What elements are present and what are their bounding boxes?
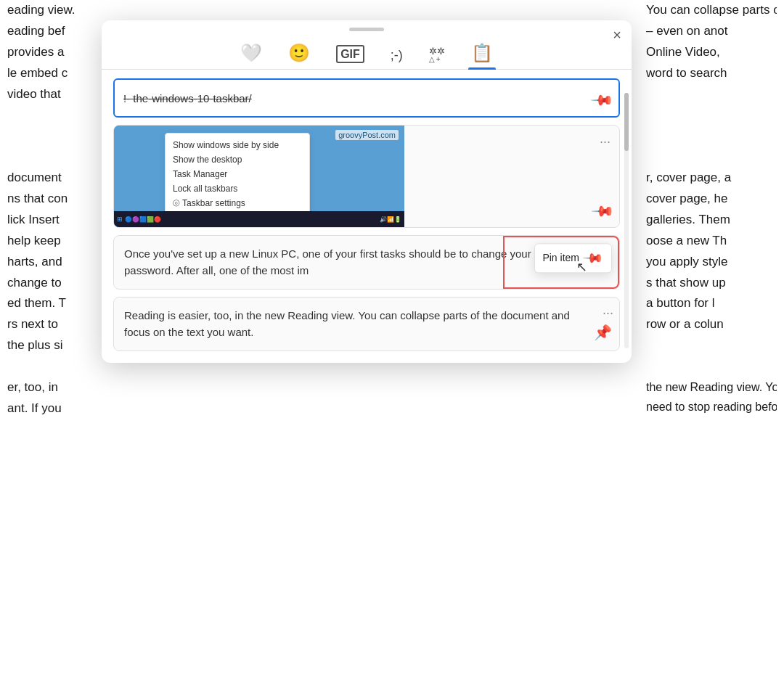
scrollbar-thumb[interactable] [624, 93, 629, 151]
image-item-right [404, 126, 619, 227]
image-branding: groovyPost.com [335, 130, 399, 140]
tab-gif[interactable]: GIF [333, 41, 367, 69]
panel-body: !- the-windows-10-taskbar/ 📌 Show window… [102, 70, 632, 351]
url-text: !- the-windows-10-taskbar/ [123, 92, 252, 104]
clipboard-icon: 📋 [471, 43, 493, 63]
cursor-arrow: ↖ [576, 258, 587, 277]
taskbar-strip: ⊞ 🔵🟣🟦🟩🔴 🔊📶🔋 [114, 211, 404, 227]
text-clipboard-item-2[interactable]: ··· Reading is easier, too, in the new R… [113, 297, 620, 351]
image-preview: Show windows side by side Show the deskt… [114, 126, 404, 227]
emoji-icon: 🙂 [288, 43, 310, 63]
background-right-text: You can collapse parts of the document a… [639, 0, 784, 693]
tabs-row: 🤍 🙂 GIF ;-) ✲✲ △+ 📋 [102, 34, 632, 70]
tab-clipboard[interactable]: 📋 [468, 38, 496, 69]
pin-tooltip-icon: 📌 [581, 245, 606, 271]
text-clip-2-content: Reading is easier, too, in the new Readi… [124, 309, 570, 338]
drag-handle-bar [102, 20, 632, 34]
menu-item-2: Show the desktop [166, 152, 309, 167]
text-clip-2-pin-icon[interactable]: 📌 [594, 321, 612, 343]
tab-kaomoji[interactable]: ;-) [388, 44, 406, 69]
gif-icon: GIF [336, 45, 364, 63]
menu-item-4: Lock all taskbars [166, 181, 309, 196]
text-clip-2-dots[interactable]: ··· [603, 303, 613, 323]
close-button[interactable]: × [613, 28, 621, 42]
context-menu-in-image: Show windows side by side Show the deskt… [165, 133, 310, 216]
image-row: Show windows side by side Show the deskt… [114, 126, 619, 227]
url-clipboard-item[interactable]: !- the-windows-10-taskbar/ 📌 [113, 78, 620, 118]
menu-item-1: Show windows side by side [166, 138, 309, 152]
kaomoji-icon: ;-) [391, 48, 403, 63]
menu-item-3: Task Manager [166, 167, 309, 181]
menu-item-5: ⦾ Taskbar settings [166, 196, 309, 210]
clipboard-panel: × 🤍 🙂 GIF ;-) ✲✲ △+ 📋 !- the-windows-10-… [102, 20, 632, 363]
tab-favorites[interactable]: 🤍 [237, 38, 265, 69]
image-dots-menu[interactable]: ··· [597, 131, 613, 152]
heart-icon: 🤍 [240, 43, 262, 63]
text-clip-1-content: Once you've set up a new Linux PC, one o… [124, 247, 560, 276]
pin-tooltip-overlay [503, 236, 619, 289]
drag-handle[interactable] [349, 28, 384, 31]
symbols-icon: ✲✲ △+ [429, 46, 445, 63]
image-clipboard-item: Show windows side by side Show the deskt… [113, 125, 620, 228]
url-pin-icon[interactable]: 📌 [589, 88, 615, 113]
scrollbar-track [624, 93, 629, 348]
tab-emoji[interactable]: 🙂 [285, 38, 313, 69]
background-left-text: eading view. eading bef provides a le em… [0, 0, 102, 693]
tab-symbols[interactable]: ✲✲ △+ [426, 42, 448, 69]
text-clipboard-item-1[interactable]: Once you've set up a new Linux PC, one o… [113, 235, 620, 290]
